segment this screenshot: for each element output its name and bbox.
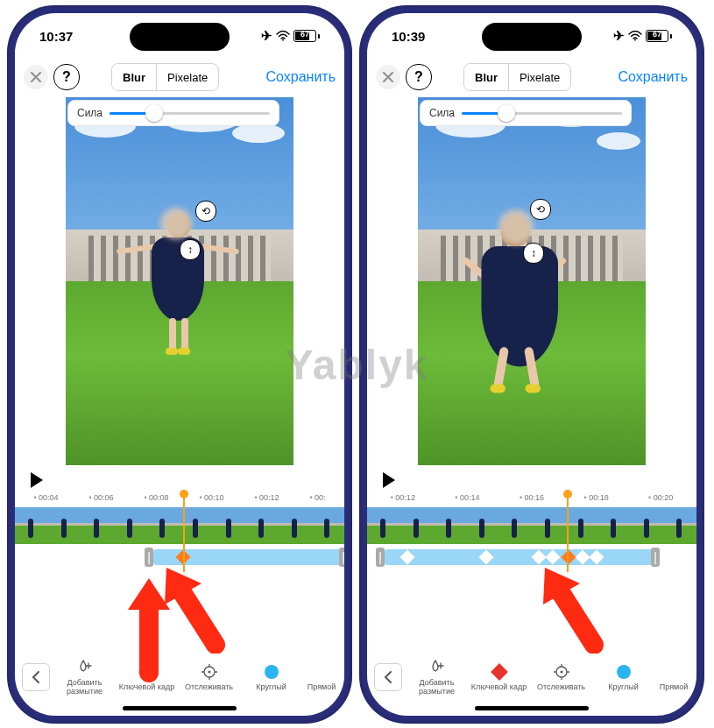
back-button[interactable]	[374, 663, 402, 691]
droplet-plus-icon	[76, 659, 94, 676]
tool-track[interactable]: Отслеживать	[530, 663, 592, 692]
svg-point-5	[560, 670, 562, 673]
tool-round[interactable]: Круглый	[592, 663, 654, 692]
close-button[interactable]	[24, 65, 48, 89]
rotate-handle[interactable]: ⟲	[530, 199, 551, 220]
playhead[interactable]	[567, 493, 569, 572]
crosshair-icon	[201, 663, 218, 681]
wifi-icon	[628, 31, 642, 41]
play-button[interactable]	[31, 472, 43, 488]
svg-point-0	[282, 39, 284, 41]
seg-blur[interactable]: Blur	[464, 64, 508, 90]
crosshair-icon	[553, 663, 570, 681]
resize-handle[interactable]: ↕	[523, 243, 544, 264]
play-button[interactable]	[383, 472, 395, 488]
close-button[interactable]	[376, 65, 400, 89]
svg-point-2	[208, 670, 210, 673]
resize-handle[interactable]: ↕	[180, 239, 201, 260]
keyframe-icon	[491, 663, 508, 681]
tool-add-blur[interactable]: Добавить размытие	[53, 659, 116, 696]
airplane-icon: ✈︎	[613, 28, 625, 44]
timecode-row: 00:12 00:14 00:16 00:18 00:20	[367, 493, 696, 505]
keyframe-icon	[138, 663, 156, 681]
battery-indicator: 67	[293, 30, 320, 42]
help-button[interactable]: ?	[406, 64, 432, 90]
battery-indicator: 67	[646, 30, 672, 42]
circle-icon	[617, 665, 631, 679]
save-button[interactable]: Сохранить	[265, 69, 336, 85]
home-indicator[interactable]	[123, 706, 237, 710]
save-button[interactable]: Сохранить	[618, 69, 688, 85]
mode-segmented[interactable]: Blur Pixelate	[111, 63, 219, 91]
droplet-plus-icon	[428, 659, 446, 676]
help-button[interactable]: ?	[53, 64, 80, 90]
close-icon	[31, 72, 41, 82]
status-time: 10:39	[392, 29, 425, 44]
clip-end-handle[interactable]: |	[651, 548, 660, 567]
clip-start-handle[interactable]: |	[145, 548, 153, 567]
chevron-left-icon	[32, 671, 40, 683]
thumbnail-strip[interactable]	[367, 507, 696, 544]
clip-end-handle[interactable]: |	[339, 548, 344, 567]
strength-slider[interactable]: Сила	[420, 100, 632, 126]
dynamic-island	[482, 23, 582, 51]
tool-keyframe[interactable]: Ключевой кадр	[468, 663, 530, 692]
svg-point-3	[634, 39, 636, 41]
bottom-toolbar: Добавить размытие Ключевой кадр Отслежив…	[15, 649, 344, 705]
back-button[interactable]	[22, 663, 50, 691]
seg-pixelate[interactable]: Pixelate	[508, 64, 570, 90]
tool-keyframe[interactable]: Ключевой кадр	[116, 663, 178, 692]
thumbnail-strip[interactable]	[15, 507, 344, 544]
blur-overlay[interactable]	[160, 208, 192, 239]
close-icon	[383, 72, 393, 82]
rotate-handle[interactable]: ⟲	[195, 201, 216, 222]
tool-add-blur[interactable]: Добавить размытие	[406, 659, 468, 696]
phone-left: 10:37 ✈︎ 67 ? Blur Pixelate Сохранить	[7, 5, 352, 724]
home-indicator[interactable]	[475, 706, 589, 710]
seg-blur[interactable]: Blur	[112, 64, 156, 90]
airplane-icon: ✈︎	[261, 28, 272, 44]
tool-round[interactable]: Круглый	[240, 663, 302, 692]
slider-label: Сила	[77, 107, 103, 119]
bottom-toolbar: Добавить размытие Ключевой кадр Отслежив…	[367, 649, 696, 705]
tool-rect[interactable]: Прямой	[302, 663, 341, 692]
slider-label: Сила	[429, 107, 455, 119]
mode-segmented[interactable]: Blur Pixelate	[463, 63, 571, 91]
seg-pixelate[interactable]: Pixelate	[156, 64, 218, 90]
keyframe-track[interactable]: | |	[367, 548, 696, 567]
circle-icon	[265, 665, 279, 679]
dynamic-island	[130, 23, 230, 51]
phone-right: 10:39 ✈︎ 67 ? Blur Pixelate Сохранить	[359, 5, 704, 724]
blur-overlay[interactable]	[498, 209, 534, 244]
playhead[interactable]	[183, 493, 185, 572]
keyframe-track[interactable]: | |	[15, 548, 344, 567]
wifi-icon	[276, 31, 290, 41]
clip-start-handle[interactable]: |	[376, 548, 385, 567]
chevron-left-icon	[384, 671, 392, 683]
status-time: 10:37	[39, 29, 73, 44]
tool-track[interactable]: Отслеживать	[178, 663, 240, 692]
video-preview[interactable]: ⟲ ↕	[66, 97, 293, 465]
video-preview[interactable]: ⟲ ↕	[418, 97, 646, 465]
strength-slider[interactable]: Сила	[67, 100, 279, 126]
tool-rect[interactable]: Прямой	[654, 663, 693, 692]
